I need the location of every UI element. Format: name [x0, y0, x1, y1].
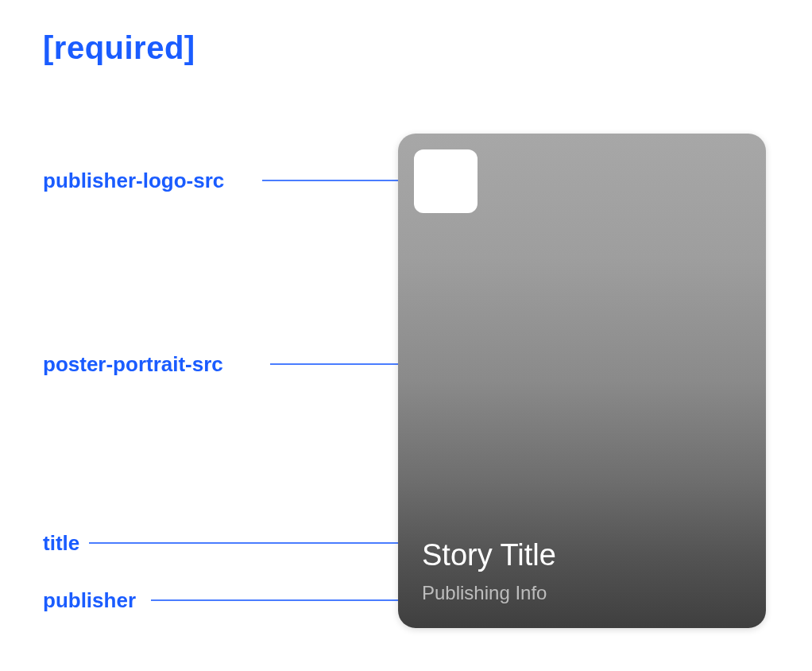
label-publisher: publisher [43, 588, 136, 613]
label-publisher-logo-src: publisher-logo-src [43, 169, 224, 193]
publisher-logo-placeholder [414, 149, 478, 213]
label-title: title [43, 531, 79, 556]
story-publisher-info: Publishing Info [422, 582, 547, 604]
story-title: Story Title [422, 538, 556, 572]
heading-required: [required] [43, 30, 195, 66]
label-poster-portrait-src: poster-portrait-src [43, 352, 223, 377]
story-card: Story Title Publishing Info [398, 134, 766, 628]
